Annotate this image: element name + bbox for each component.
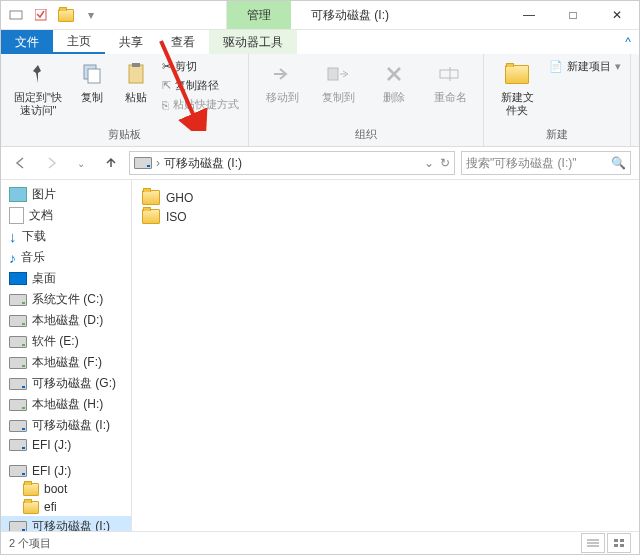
- tree-item[interactable]: 本地磁盘 (H:): [1, 394, 131, 415]
- svg-rect-0: [10, 11, 22, 19]
- tab-home[interactable]: 主页: [53, 30, 105, 54]
- svg-rect-7: [440, 70, 458, 78]
- tree-item[interactable]: boot: [1, 480, 131, 498]
- copyto-icon: [324, 60, 352, 88]
- drive-icon: [134, 157, 152, 169]
- paste-button[interactable]: 粘贴: [115, 56, 157, 108]
- qat-dropdown-icon[interactable]: ▾: [80, 4, 102, 26]
- tree-item[interactable]: 可移动磁盘 (I:): [1, 516, 131, 531]
- tree-item[interactable]: 本地磁盘 (F:): [1, 352, 131, 373]
- rename-icon: [436, 60, 464, 88]
- ribbon-group-clipboard: 固定到"快速访问" 复制 粘贴 ✂剪切 ⇱复制路径 ⎘粘贴快捷方式 剪贴板: [1, 54, 249, 146]
- search-input[interactable]: 搜索"可移动磁盘 (I:)" 🔍: [461, 151, 631, 175]
- paste-icon: [122, 60, 150, 88]
- paste-shortcut-button[interactable]: ⎘粘贴快捷方式: [159, 96, 242, 113]
- view-icons-button[interactable]: [607, 533, 631, 553]
- tree-item[interactable]: 系统文件 (C:): [1, 289, 131, 310]
- copy-button[interactable]: 复制: [71, 56, 113, 108]
- address-input[interactable]: › 可移动磁盘 (I:) ⌄ ↻: [129, 151, 455, 175]
- ribbon-group-new: 新建文件夹 📄新建项目▾ 新建: [484, 54, 631, 146]
- shortcut-icon: ⎘: [162, 99, 169, 111]
- copy-label: 复制: [81, 91, 103, 104]
- nav-icon[interactable]: [5, 4, 27, 26]
- refresh-button[interactable]: ↻: [440, 156, 450, 170]
- forward-button[interactable]: [39, 151, 63, 175]
- svg-rect-16: [614, 544, 618, 547]
- move-to-button[interactable]: 移动到: [255, 56, 309, 108]
- ribbon: 固定到"快速访问" 复制 粘贴 ✂剪切 ⇱复制路径 ⎘粘贴快捷方式 剪贴板: [1, 54, 639, 147]
- rename-button[interactable]: 重命名: [423, 56, 477, 108]
- search-placeholder: 搜索"可移动磁盘 (I:)": [466, 155, 607, 172]
- item-count: 2 个项目: [9, 536, 51, 551]
- tree-item[interactable]: 桌面: [1, 268, 131, 289]
- group-label-new: 新建: [546, 125, 568, 144]
- move-icon: [268, 60, 296, 88]
- window-title: 可移动磁盘 (I:): [291, 1, 409, 29]
- tree-item[interactable]: EFI (J:): [1, 462, 131, 480]
- tree-item[interactable]: 本地磁盘 (D:): [1, 310, 131, 331]
- ribbon-collapse-icon[interactable]: ^: [617, 30, 639, 54]
- tree-item[interactable]: 文档: [1, 205, 131, 226]
- minimize-button[interactable]: —: [507, 1, 551, 29]
- tree-item[interactable]: 软件 (E:): [1, 331, 131, 352]
- explorer-body: 图片文档↓下载♪音乐桌面系统文件 (C:)本地磁盘 (D:)软件 (E:)本地磁…: [1, 180, 639, 531]
- address-bar: ⌄ › 可移动磁盘 (I:) ⌄ ↻ 搜索"可移动磁盘 (I:)" 🔍: [1, 147, 639, 180]
- ribbon-tabs: 文件 主页 共享 查看 驱动器工具 ^: [1, 30, 639, 54]
- window-controls: — □ ✕: [507, 1, 639, 29]
- scissors-icon: ✂: [162, 60, 171, 73]
- view-details-button[interactable]: [581, 533, 605, 553]
- search-icon: 🔍: [611, 156, 626, 170]
- ribbon-group-organize: 移动到 复制到 删除 重命名 组织: [249, 54, 484, 146]
- new-folder-icon: [503, 60, 531, 88]
- file-item[interactable]: ISO: [142, 207, 629, 226]
- new-item-button[interactable]: 📄新建项目▾: [546, 58, 624, 75]
- manage-context-tab[interactable]: 管理: [226, 1, 291, 29]
- folder-icon[interactable]: [55, 4, 77, 26]
- tree-item[interactable]: 可移动磁盘 (I:): [1, 415, 131, 436]
- maximize-button[interactable]: □: [551, 1, 595, 29]
- tree-item[interactable]: EFI (J:): [1, 436, 131, 454]
- up-button[interactable]: [99, 151, 123, 175]
- tree-item[interactable]: ↓下载: [1, 226, 131, 247]
- svg-rect-5: [132, 63, 140, 67]
- status-bar: 2 个项目: [1, 531, 639, 554]
- paste-label: 粘贴: [125, 91, 147, 104]
- recent-dropdown[interactable]: ⌄: [69, 151, 93, 175]
- new-item-icon: 📄: [549, 60, 563, 73]
- titlebar: ▾ 管理 可移动磁盘 (I:) — □ ✕: [1, 1, 639, 30]
- tree-item[interactable]: ♪音乐: [1, 247, 131, 268]
- tab-view[interactable]: 查看: [157, 30, 209, 54]
- tab-drive-tools[interactable]: 驱动器工具: [209, 30, 297, 54]
- breadcrumb-current[interactable]: 可移动磁盘 (I:): [164, 155, 242, 172]
- svg-rect-14: [614, 539, 618, 542]
- copy-path-button[interactable]: ⇱复制路径: [159, 77, 242, 94]
- new-folder-button[interactable]: 新建文件夹: [490, 56, 544, 120]
- breadcrumb-sep: ›: [156, 156, 160, 170]
- delete-button[interactable]: 删除: [367, 56, 421, 108]
- tree-item[interactable]: 可移动磁盘 (G:): [1, 373, 131, 394]
- explorer-window: ▾ 管理 可移动磁盘 (I:) — □ ✕ 文件 主页 共享 查看 驱动器工具 …: [0, 0, 640, 555]
- tree-item[interactable]: efi: [1, 498, 131, 516]
- address-dropdown-icon[interactable]: ⌄: [424, 156, 434, 170]
- tab-file[interactable]: 文件: [1, 30, 53, 54]
- back-button[interactable]: [9, 151, 33, 175]
- svg-rect-4: [129, 65, 143, 83]
- svg-rect-15: [620, 539, 624, 542]
- copy-to-button[interactable]: 复制到: [311, 56, 365, 108]
- pin-label: 固定到"快速访问": [13, 91, 63, 116]
- file-list[interactable]: GHOISO: [132, 180, 639, 531]
- copy-icon: [78, 60, 106, 88]
- pin-icon: [24, 60, 52, 88]
- path-icon: ⇱: [162, 79, 171, 92]
- checkmark-icon[interactable]: [30, 4, 52, 26]
- tree-item[interactable]: 图片: [1, 184, 131, 205]
- file-item[interactable]: GHO: [142, 188, 629, 207]
- svg-rect-6: [328, 68, 338, 80]
- group-label-organize: 组织: [355, 125, 377, 144]
- close-button[interactable]: ✕: [595, 1, 639, 29]
- nav-tree[interactable]: 图片文档↓下载♪音乐桌面系统文件 (C:)本地磁盘 (D:)软件 (E:)本地磁…: [1, 180, 132, 531]
- pin-button[interactable]: 固定到"快速访问": [7, 56, 69, 120]
- group-label-clipboard: 剪贴板: [108, 125, 141, 144]
- cut-button[interactable]: ✂剪切: [159, 58, 242, 75]
- tab-share[interactable]: 共享: [105, 30, 157, 54]
